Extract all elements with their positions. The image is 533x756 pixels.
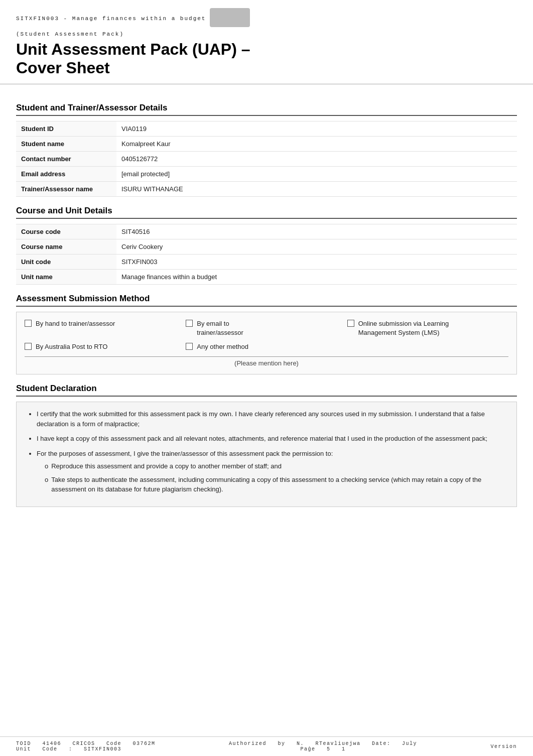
table-row: Student ID VIA0119 [16, 121, 517, 136]
header-title-line1: Unit Assessment Pack (UAP) – [16, 40, 250, 58]
field-value-course-code: SIT40516 [116, 224, 517, 239]
label-by-email: By email totrainer/assessor [197, 319, 243, 337]
declaration-sub-list: o Reproduce this assessment and provide … [45, 461, 507, 494]
table-row: Course name Ceriv Cookery [16, 239, 517, 254]
header-top-line: SITXFIN003 - Manage finances within a bu… [16, 9, 517, 28]
field-value-trainer: ISURU WITHANAGE [116, 181, 517, 196]
table-row: Unit code SITXFIN003 [16, 254, 517, 269]
field-value-email: [email protected] [116, 166, 517, 181]
checkbox-by-email[interactable] [186, 320, 193, 327]
header-course-line: SITXFIN003 - Manage finances within a bu… [16, 16, 206, 22]
course-unit-section-title: Course and Unit Details [16, 206, 517, 219]
sub-marker-o-2: o [45, 475, 48, 494]
submission-row-2: By Australia Post to RTO Any other metho… [25, 342, 508, 351]
field-label-contact: Contact number [16, 151, 116, 166]
submission-section-title: Assessment Submission Method [16, 294, 517, 307]
header-title-line2: Cover Sheet [16, 59, 110, 77]
field-value-student-id: VIA0119 [116, 121, 517, 136]
declaration-sub-item-1: o Reproduce this assessment and provide … [45, 461, 507, 471]
table-row: Unit name Manage finances within a budge… [16, 269, 517, 284]
field-label-course-name: Course name [16, 239, 116, 254]
declaration-sub-text-1: Reproduce this assessment and provide a … [51, 461, 282, 471]
table-row: Email address [email protected] [16, 166, 517, 181]
checkbox-by-post[interactable] [25, 343, 32, 350]
label-online: Online submission via LearningManagement… [358, 319, 449, 337]
label-any-other: Any other method [197, 342, 248, 351]
field-value-unit-code: SITXFIN003 [116, 254, 517, 269]
declaration-item-2: I have kept a copy of this assessment pa… [37, 434, 507, 444]
field-label-student-id: Student ID [16, 121, 116, 136]
submission-row-1: By hand to trainer/assessor By email tot… [25, 319, 508, 337]
header-sub-line: (Student Assessment Pack) [16, 31, 517, 37]
course-unit-table: Course code SIT40516 Course name Ceriv C… [16, 224, 517, 285]
declaration-sub-text-2: Take steps to authenticate the assessmen… [51, 475, 507, 494]
mention-here-text: (Please mention here) [234, 359, 299, 367]
table-row: Trainer/Assessor name ISURU WITHANAGE [16, 181, 517, 196]
header-title: Unit Assessment Pack (UAP) – Cover Sheet [16, 40, 517, 77]
declaration-text-1: I certify that the work submitted for th… [37, 410, 485, 428]
sub-marker-o-1: o [45, 461, 48, 471]
field-label-course-code: Course code [16, 224, 116, 239]
field-value-course-name: Ceriv Cookery [116, 239, 517, 254]
checkbox-any-other[interactable] [186, 343, 193, 350]
table-row: Course code SIT40516 [16, 224, 517, 239]
field-value-unit-name: Manage finances within a budget [116, 269, 517, 284]
field-label-unit-code: Unit code [16, 254, 116, 269]
field-label-student-name: Student name [16, 136, 116, 151]
student-trainer-table: Student ID VIA0119 Student name Komalpre… [16, 121, 517, 197]
field-value-contact: 0405126772 [116, 151, 517, 166]
field-label-unit-name: Unit name [16, 269, 116, 284]
table-row: Contact number 0405126772 [16, 151, 517, 166]
main-content: Student and Trainer/Assessor Details Stu… [0, 85, 533, 507]
page-wrapper: SITXFIN003 - Manage finances within a bu… [0, 0, 533, 756]
student-trainer-section-title: Student and Trainer/Assessor Details [16, 103, 517, 116]
declaration-list: I certify that the work submitted for th… [37, 409, 507, 494]
mention-here-line: (Please mention here) [25, 356, 508, 367]
declaration-item-1: I certify that the work submitted for th… [37, 409, 507, 429]
declaration-sub-item-2: o Take steps to authenticate the assessm… [45, 475, 507, 494]
table-row: Student name Komalpreet Kaur [16, 136, 517, 151]
field-label-email: Email address [16, 166, 116, 181]
header-logo-image [210, 8, 250, 27]
footer-left: TOID 41406 CRICOS Code 03762M Unit Code … [16, 741, 156, 752]
field-label-trainer: Trainer/Assessor name [16, 181, 116, 196]
declaration-section-title: Student Declaration [16, 384, 517, 397]
footer-right: Version [490, 744, 517, 749]
declaration-box: I certify that the work submitted for th… [16, 402, 517, 507]
submission-cell-by-email: By email totrainer/assessor [186, 319, 347, 337]
header: SITXFIN003 - Manage finances within a bu… [0, 0, 533, 85]
label-by-hand: By hand to trainer/assessor [36, 319, 115, 328]
declaration-text-2: I have kept a copy of this assessment pa… [37, 435, 487, 442]
declaration-item-3: For the purposes of assessment, I give t… [37, 449, 507, 494]
submission-cell-by-hand: By hand to trainer/assessor [25, 319, 186, 328]
submission-box: By hand to trainer/assessor By email tot… [16, 312, 517, 375]
field-value-student-name: Komalpreet Kaur [116, 136, 517, 151]
label-by-post: By Australia Post to RTO [36, 342, 107, 351]
page-footer: TOID 41406 CRICOS Code 03762M Unit Code … [0, 736, 533, 756]
declaration-text-3: For the purposes of assessment, I give t… [37, 450, 333, 457]
footer-center: Authorized by N. RTeavliuejwa Date: July… [229, 741, 417, 752]
checkbox-online[interactable] [347, 320, 354, 327]
submission-cell-online: Online submission via LearningManagement… [347, 319, 508, 337]
submission-cell-by-post: By Australia Post to RTO [25, 342, 186, 351]
submission-cell-any-other: Any other method [186, 342, 347, 351]
checkbox-by-hand[interactable] [25, 320, 32, 327]
